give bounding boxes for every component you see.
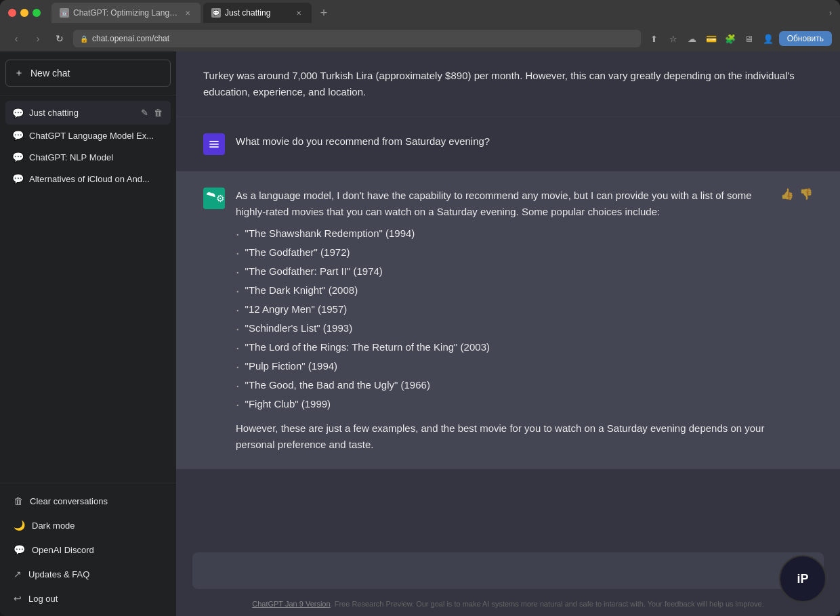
tab-favicon-2: 💬: [211, 8, 221, 18]
lock-icon: 🔒: [80, 35, 88, 43]
message-actions: 👍 👎: [780, 188, 813, 453]
list-item: "Schindler's List" (1993): [236, 320, 770, 336]
bookmark-icon[interactable]: ☆: [665, 30, 681, 47]
conv-title-1: Just chatting: [29, 108, 134, 118]
clear-conversations-button[interactable]: 🗑 Clear conversations: [5, 489, 171, 513]
chat-icon-2: 💬: [12, 130, 24, 141]
chatgpt-version-link[interactable]: ChatGPT Jan 9 Version: [252, 600, 330, 608]
user-avatar: [203, 133, 225, 155]
toolbar-actions: ⬆ ☆ ☁ 💳 🧩 🖥 👤 Обновить: [646, 30, 832, 47]
dark-mode-button[interactable]: 🌙 Dark mode: [5, 513, 171, 537]
sidebar-item-chatgpt-language[interactable]: 💬 ChatGPT Language Model Ex...: [5, 125, 171, 146]
edit-icon-1[interactable]: ✎: [140, 106, 150, 119]
browser-titlebar: 🤖 ChatGPT: Optimizing Langua... ✕ 💬 Just…: [0, 0, 840, 26]
address-bar[interactable]: 🔒 chat.openai.com/chat: [73, 30, 641, 47]
tab-close-1[interactable]: ✕: [183, 8, 192, 18]
sidebar-top: ＋ New chat: [0, 51, 176, 95]
logout-icon: ↩: [14, 593, 22, 604]
movie-list: "The Shawshank Redemption" (1994)"The Go…: [236, 225, 770, 412]
new-chat-button[interactable]: ＋ New chat: [5, 60, 171, 87]
chat-main: Turkey was around 7,000 Turkish Lira (ap…: [176, 51, 840, 616]
list-item: "The Lord of the Rings: The Return of th…: [236, 339, 770, 355]
faq-button[interactable]: ↗ Updates & FAQ: [5, 562, 171, 586]
logout-label: Log out: [28, 594, 58, 604]
tab-chatgpt-optimizing[interactable]: 🤖 ChatGPT: Optimizing Langua... ✕: [51, 3, 201, 23]
list-item: "The Dark Knight" (2008): [236, 282, 770, 299]
tab-chevron-icon[interactable]: ›: [829, 8, 832, 18]
partial-message-block: Turkey was around 7,000 Turkish Lira (ap…: [176, 51, 840, 117]
address-text: chat.openai.com/chat: [92, 34, 634, 43]
sidebar-bottom: 🗑 Clear conversations 🌙 Dark mode 💬 Open…: [0, 483, 176, 616]
thumbs-up-icon[interactable]: 👍: [780, 188, 794, 453]
app-content: ＋ New chat 💬 Just chatting ✎ 🗑 💬 ChatGPT…: [0, 51, 840, 616]
tab-favicon-1: 🤖: [60, 8, 69, 18]
discord-button[interactable]: 💬 OpenAI Discord: [5, 537, 171, 562]
tab-just-chatting[interactable]: 💬 Just chatting ✕: [203, 3, 312, 23]
delete-icon-1[interactable]: 🗑: [152, 106, 164, 119]
back-button[interactable]: ‹: [8, 30, 24, 47]
footer-text: . Free Research Preview. Our goal is to …: [331, 600, 764, 608]
assistant-message-block: ⚙ As a language model, I don't have the …: [176, 171, 840, 469]
sidebar: ＋ New chat 💬 Just chatting ✎ 🗑 💬 ChatGPT…: [0, 51, 176, 616]
user-profile-icon[interactable]: 👤: [760, 30, 776, 47]
minimize-button[interactable]: [20, 9, 28, 17]
discord-icon: 💬: [14, 544, 25, 555]
conv-title-2: ChatGPT Language Model Ex...: [29, 131, 164, 141]
chat-messages: Turkey was around 7,000 Turkish Lira (ap…: [176, 51, 840, 542]
list-item: "12 Angry Men" (1957): [236, 301, 770, 317]
dark-mode-label: Dark mode: [32, 521, 75, 531]
assistant-avatar: ⚙: [203, 188, 225, 209]
faq-label: Updates & FAQ: [28, 569, 89, 579]
list-item: "Pulp Fiction" (1994): [236, 358, 770, 374]
chat-input-wrapper: ➤: [192, 552, 824, 589]
chat-icon-4: 💬: [12, 173, 24, 184]
user-message-block: What movie do you recommend from Saturda…: [176, 117, 840, 171]
update-button[interactable]: Обновить: [779, 31, 832, 46]
list-item: "Fight Club" (1999): [236, 396, 770, 412]
clear-conversations-label: Clear conversations: [30, 496, 108, 506]
share-icon[interactable]: ⬆: [646, 30, 663, 47]
logout-button[interactable]: ↩ Log out: [5, 586, 171, 611]
discord-label: OpenAI Discord: [32, 545, 94, 555]
trash-icon: 🗑: [14, 496, 23, 506]
refresh-button[interactable]: ↻: [51, 30, 68, 47]
wallet-icon[interactable]: 💳: [703, 30, 719, 47]
list-item: "The Godfather" (1972): [236, 244, 770, 261]
chat-input-area: ➤: [176, 542, 840, 594]
sidebar-item-chatgpt-nlp[interactable]: 💬 ChatGPT: NLP Model: [5, 146, 171, 168]
browser-toolbar: ‹ › ↻ 🔒 chat.openai.com/chat ⬆ ☆ ☁ 💳 🧩 🖥…: [0, 26, 840, 51]
maximize-button[interactable]: [33, 9, 41, 17]
traffic-lights: [8, 9, 41, 17]
ip-badge: iP: [779, 555, 826, 602]
conv-actions-1: ✎ 🗑: [140, 106, 164, 119]
tab-title-2: Just chatting: [225, 8, 290, 18]
partial-message-text: Turkey was around 7,000 Turkish Lira (ap…: [203, 70, 795, 97]
conv-title-3: ChatGPT: NLP Model: [29, 152, 164, 162]
list-item: "The Shawshank Redemption" (1994): [236, 225, 770, 242]
sidebar-item-alternatives[interactable]: 💬 Alternatives of iCloud on And...: [5, 168, 171, 190]
new-tab-button[interactable]: +: [314, 3, 333, 22]
list-item: "The Godfather: Part II" (1974): [236, 263, 770, 280]
conv-title-4: Alternatives of iCloud on And...: [29, 174, 164, 184]
extensions-icon[interactable]: 🧩: [722, 30, 738, 47]
list-item: "The Good, the Bad and the Ugly" (1966): [236, 377, 770, 393]
sidebar-item-just-chatting[interactable]: 💬 Just chatting ✎ 🗑: [5, 101, 171, 125]
plus-icon: ＋: [14, 67, 24, 79]
sidebar-conversations: 💬 Just chatting ✎ 🗑 💬 ChatGPT Language M…: [0, 95, 176, 483]
thumbs-down-icon[interactable]: 👎: [799, 188, 813, 453]
close-button[interactable]: [8, 9, 16, 17]
assistant-outro-text: However, these are just a few examples, …: [236, 420, 770, 453]
monitor-icon[interactable]: 🖥: [741, 30, 757, 47]
user-message-text: What movie do you recommend from Saturda…: [236, 135, 490, 147]
chat-footer: ChatGPT Jan 9 Version. Free Research Pre…: [176, 594, 840, 616]
chat-icon-3: 💬: [12, 152, 24, 162]
tab-close-2[interactable]: ✕: [294, 8, 303, 18]
profile-icon[interactable]: ☁: [684, 30, 700, 47]
tab-title-1: ChatGPT: Optimizing Langua...: [73, 8, 179, 18]
chat-input[interactable]: [203, 565, 787, 577]
tabs-bar: 🤖 ChatGPT: Optimizing Langua... ✕ 💬 Just…: [51, 3, 832, 23]
user-message-content: What movie do you recommend from Saturda…: [236, 133, 813, 155]
forward-button[interactable]: ›: [30, 30, 46, 47]
new-chat-label: New chat: [30, 68, 70, 79]
external-link-icon: ↗: [14, 569, 22, 579]
